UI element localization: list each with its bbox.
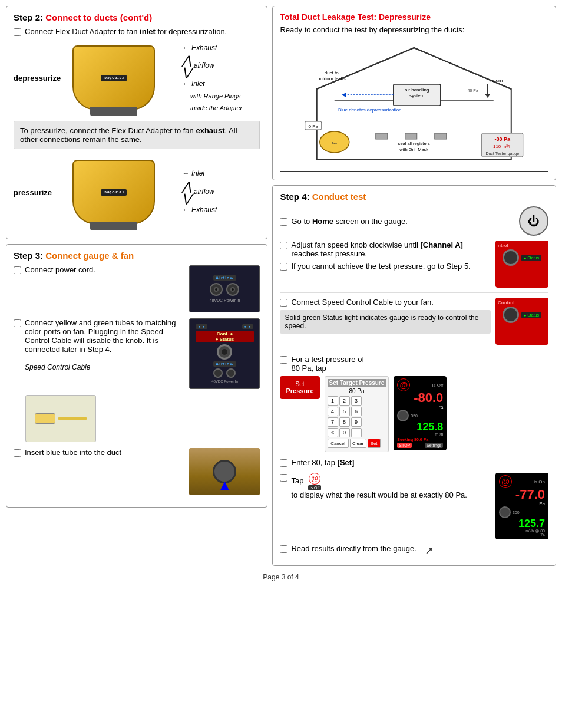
key-5[interactable]: 5 [339,407,350,416]
readout1-unit: Pa [397,404,443,410]
key-back[interactable]: < [328,428,338,437]
key-0[interactable]: 0 [339,428,350,437]
readout1-big: -80.0 [397,391,443,404]
svg-text:fan: fan [332,141,337,145]
svg-text:return: return [491,78,503,83]
svg-text:Blue denotes depressurization: Blue denotes depressurization [338,107,402,113]
svg-marker-13 [342,93,346,97]
key-1[interactable]: 1 [328,396,338,406]
house-diagram: air handling system return duct to outdo… [280,38,548,172]
pressurize-label: pressurize [14,188,67,197]
fan-knob-icon [503,249,519,266]
step3-item3: Insert blue tube into the duct ▲ [14,448,260,495]
step4-box: Step 4: Conduct test Go to Home screen o… [272,185,556,566]
readout-panel-2: @ is On -77.0 Pa 350 125.7 [495,473,548,539]
step3-check2[interactable] [14,319,21,327]
page-container: Step 2: Connect to ducts (cont'd) Connec… [6,6,556,581]
keypad-title: Set Target Pressure [328,379,386,387]
step4-check2[interactable] [280,242,287,249]
svg-rect-19 [435,133,447,139]
right-column: Total Duct Leakage Test: Depressurize Re… [272,6,556,566]
depressurize-diagram: depressurize retrotec ←Exhaust ⋀⋁ a [14,39,260,116]
step4-check5b[interactable] [280,459,287,467]
step4-title: Step 4: Conduct test [280,192,548,202]
readout-panel-1: @ is Off -80.0 Pa 350 125.8 [394,376,447,450]
step3-box: Step 3: Connect gauge & fan Connect powe… [6,244,267,508]
step3-check3[interactable] [14,449,21,457]
stop-button[interactable]: STOP [397,443,412,448]
pressurize-note: To pressurize, connect the Flex Duct Ada… [14,121,260,149]
total-duct-title: Total Duct Leakage Test: Depressurize [280,12,548,22]
step4-check6[interactable] [280,474,287,482]
arrow-icon: ↗ [425,544,434,557]
page-number: Page 3 of 4 [6,573,556,581]
svg-marker-9 [485,94,491,98]
step3-item2: Connect yellow and green tubes to matchi… [14,318,260,389]
step4-item6: Tap @ is Off to display what the result … [280,473,548,539]
readout1-seeking: Seeking 80.0 Pa [397,437,428,442]
fan-knob2-icon [503,307,519,323]
svg-text:duct to: duct to [325,70,339,75]
settings-button[interactable]: Settings [425,443,443,448]
key-6[interactable]: 6 [351,407,362,416]
depressurize-label: depressurize [14,74,67,83]
set-pressure-button[interactable]: Set Pressure [280,376,319,399]
svg-text:-80 Pa: -80 Pa [495,136,511,142]
key-set[interactable]: Set [368,439,381,448]
pressurize-annotations: ←Inlet ⋀⋁ airflow ←Exhaust [182,167,217,216]
step4-check1[interactable] [280,218,287,226]
key-4[interactable]: 4 [328,407,338,416]
key-dot[interactable]: . [351,428,362,437]
section-divider-2 [280,350,548,350]
cable-label: Speed Control Cable [25,363,90,371]
step2-title: Step 2: Connect to ducts (cont'd) [14,12,260,22]
key-2[interactable]: 2 [339,396,350,406]
readout1-green: 125.8 [397,421,443,432]
key-3[interactable]: 3 [351,396,362,406]
at-icon-3: @ [499,475,512,488]
main-two-col: Step 2: Connect to ducts (cont'd) Connec… [6,6,556,566]
readout2-unit: Pa [499,501,545,506]
house-svg: air handling system return duct to outdo… [284,42,544,166]
power-cord-image: Airflow 48VDC Power in [189,265,260,312]
key-cancel[interactable]: Cancel [328,439,349,448]
readout2-big: -77.0 [499,488,545,501]
cable-row [25,395,260,442]
step4-item4: Connect Speed Control Cable to your fan.… [280,298,548,345]
step4-item7: Read results directly from the gauge. ↗ [280,544,548,557]
key-9[interactable]: 9 [351,417,362,427]
fan-body-pressurize: retrotec [72,160,155,225]
section-divider-1 [280,292,548,293]
step4-check5[interactable] [280,356,287,364]
home-button-icon: ⏻ [519,206,548,236]
duct-arrow-up-icon: ▲ [217,477,233,493]
svg-text:with Grill Mask: with Grill Mask [399,147,429,152]
step4-item4-note: Solid green Status light indicates gauge… [280,310,491,334]
keypad-pa-val: 80 Pa [328,388,386,394]
key-7[interactable]: 7 [328,417,338,427]
step4-check3[interactable] [280,263,287,271]
pressure-section: Set Pressure Set Target Pressure 80 Pa 1… [280,376,548,452]
fan-control-panel2-image: Control ● Status [495,298,548,345]
readout1-top-label: is Off [432,383,444,388]
key-clear[interactable]: Clear [350,439,366,448]
svg-text:system: system [410,93,425,98]
at-icon-2: @ [309,473,320,485]
at-icon-1: @ [397,378,410,391]
readout1-unit2: m³/h [397,432,443,436]
step4-check4[interactable] [280,299,287,307]
step4-items-2-3: Adjust fan speed knob clockwise until [C… [280,241,548,288]
svg-line-2 [317,48,414,89]
svg-text:seal all registers: seal all registers [398,141,430,146]
step3-title: Step 3: Connect gauge & fan [14,251,260,261]
duct-image: ▲ [189,448,260,495]
step3-check1[interactable] [14,266,21,274]
key-8[interactable]: 8 [339,417,350,427]
depressurize-fan-area: retrotec [67,39,178,116]
step4-check7[interactable] [280,545,287,553]
is-off-badge: is Off [308,485,321,490]
svg-rect-17 [376,133,388,139]
depressurize-annotations: ←Exhaust ⋀⋁ airflow ←Inlet with Range Pl… [182,42,242,114]
step2-check1[interactable] [14,28,21,36]
step4-item1: Go to Home screen on the gauge. ⏻ [280,206,548,236]
